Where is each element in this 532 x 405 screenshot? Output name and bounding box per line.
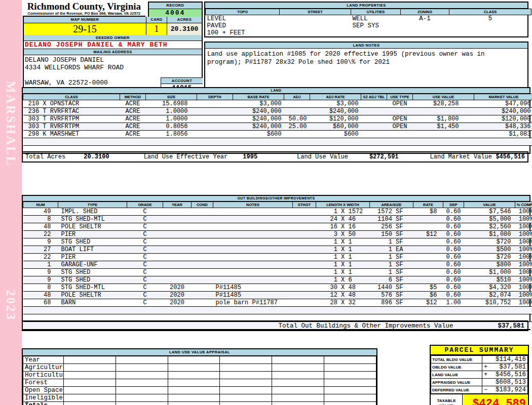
cell (272, 394, 324, 402)
cell (413, 276, 443, 284)
cell: C (127, 216, 163, 223)
parcel-summary-title: PARCEL SUMMARY (431, 346, 528, 355)
cell (361, 138, 387, 146)
cell (116, 379, 168, 387)
cell (213, 216, 293, 223)
cell: 0.60 (443, 254, 464, 261)
header-right: LAND PROPERTIES TOPOSTREETUTILITIESZONIN… (204, 2, 528, 90)
cell: $1,080 (464, 231, 515, 238)
cell: 9 (23, 276, 58, 284)
column-header: TYPE (58, 202, 127, 208)
cell: $6 (413, 292, 443, 299)
cell: $4,320 (464, 284, 515, 292)
cell: OPEN (387, 123, 413, 131)
cell (64, 356, 116, 364)
cell: $1,450 (413, 123, 474, 131)
cell: 22 (23, 231, 58, 238)
cell: 2020 (163, 292, 192, 299)
cell: BARN (58, 299, 127, 307)
cell (413, 108, 474, 115)
table-row: 48POLE SHELTRC2020P#1148512 X 48576 SF$6… (23, 292, 532, 299)
table-row: 22PIERC 1 X 11 SF0.60$720100% (23, 254, 532, 261)
cell: $5,000 (464, 216, 515, 223)
cell (64, 372, 116, 379)
cell: $5 (413, 284, 443, 292)
cell: 3 X 50 (316, 231, 370, 238)
cell: 150 SF (370, 231, 413, 238)
cell (163, 269, 192, 276)
cell (163, 216, 192, 223)
cell: 15.6988 (146, 100, 197, 108)
cell (280, 29, 351, 36)
cell (213, 307, 293, 314)
cell (413, 254, 443, 261)
cell (192, 216, 213, 223)
table-row: 48POLE SHELTRC16 X 16256 SF0.60$2,560100… (23, 223, 532, 231)
acres-label: ACRES (167, 17, 202, 23)
out-buildings-totals-row: Total Out Buildings & Other Improvements… (22, 320, 528, 331)
cell: PAVED (206, 22, 280, 29)
cell: 0.60 (443, 284, 464, 292)
cell: C (127, 292, 163, 299)
cell: $12 (413, 231, 443, 238)
cell (64, 402, 116, 405)
taxable-value-row: TAXABLE VALUE $424,589 (431, 394, 528, 405)
column-header: CLASS (449, 9, 531, 15)
spine-year-label: 2023 (4, 290, 18, 321)
cell: 1 X 1 (316, 246, 370, 254)
cell (324, 402, 376, 405)
column-header: TOPO (206, 9, 280, 15)
cell: 12 X 48 (316, 292, 370, 299)
cell (220, 387, 272, 394)
column-header: METHOD (120, 94, 146, 100)
cell (284, 131, 310, 138)
cell (387, 131, 413, 138)
cell: 1 SF (370, 269, 413, 276)
cell (361, 131, 387, 138)
cell (361, 123, 387, 131)
cell (413, 307, 443, 314)
cell: 1 X 1 (316, 269, 370, 276)
cell (482, 379, 489, 386)
table-row: Year (23, 356, 376, 364)
cell (361, 108, 387, 115)
cell: STG SHED-MTL (58, 284, 127, 292)
land-use-value-label: Land Use Value (297, 153, 348, 160)
cell (280, 22, 351, 29)
cell: C (127, 231, 163, 238)
cell: 22 (23, 254, 58, 261)
cell: C (127, 299, 163, 307)
cell: 256 SF (370, 223, 413, 231)
column-header: DEP (443, 202, 464, 208)
account-label: ACCOUNT (161, 78, 203, 84)
cell (163, 231, 192, 238)
cell (413, 238, 443, 246)
land-use-appraisal-section: LAND USE VALUE APPRAISAL YearAgriculture… (22, 348, 377, 405)
table-row: DEFERRED VALUE−$183,924 (431, 386, 528, 394)
cell: 100% (515, 223, 532, 231)
parcel-summary-section: PARCEL SUMMARY TOTAL BLDG VALUE$114,416O… (430, 345, 529, 405)
cell (401, 29, 449, 36)
cell (370, 307, 413, 314)
land-section: LAND CLASSMETHODSIZEDEPTHBASE RATEADJADJ… (22, 87, 530, 154)
cell (413, 261, 443, 269)
column-header: COND (192, 202, 213, 208)
cell: $608,513 (489, 379, 528, 386)
cell (361, 115, 387, 123)
property-record-card: MARSHALL 2023 Richmond County, Virginia … (0, 0, 532, 405)
acres-value: 20.3100 (167, 23, 202, 35)
cell (192, 299, 213, 307)
table-row: Ineligible (23, 394, 376, 402)
column-header: ADJ (284, 94, 310, 100)
cell: 303 T RVRFRTPM (23, 115, 120, 123)
cell (192, 223, 213, 231)
cell: $3,000 (310, 100, 361, 108)
cell (293, 216, 316, 223)
out-buildings-total-label: Total Out Buildings & Other Improvements… (278, 322, 453, 330)
cell: $1,800 (413, 115, 474, 123)
cell: $600 (310, 131, 361, 138)
cell (58, 307, 127, 314)
cell: 28 X 32 (316, 299, 370, 307)
cell: $600 (233, 131, 284, 138)
cell (168, 402, 220, 405)
